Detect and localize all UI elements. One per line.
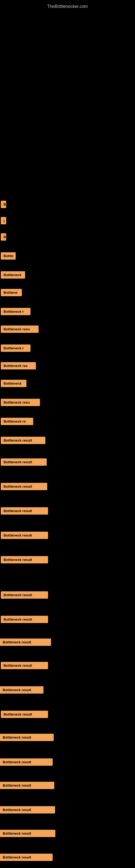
bottleneck-result-item: Bottleneck result <box>0 854 53 861</box>
bottleneck-result-item: Bottleneck result <box>0 734 54 741</box>
bottleneck-result-item: Bottleneck result <box>1 532 48 539</box>
bottleneck-result-item: Bottleneck re <box>1 418 33 425</box>
bottleneck-result-item: Bottleneck result <box>0 686 43 693</box>
bottleneck-result-item: Bottleneck <box>1 271 25 279</box>
bottleneck-result-item: Bottleneck result <box>0 830 55 837</box>
bottleneck-result-item: | <box>1 217 6 224</box>
bottleneck-result-item: Bottleneck r <box>1 308 31 315</box>
bottleneck-result-item: Bottleneck result <box>1 483 47 490</box>
bottleneck-result-item: Bottleneck res <box>1 362 36 369</box>
bottleneck-result-item: Bottleneck result <box>1 662 48 669</box>
bottleneck-result-item: Bottleneck r <box>1 344 31 352</box>
bottleneck-result-item: Bottleneck <box>1 380 27 387</box>
bottleneck-result-item: Bottleneck result <box>0 758 53 766</box>
bottleneck-result-item: Bottleneck result <box>1 556 48 563</box>
bottleneck-result-item: B <box>1 233 6 241</box>
bottleneck-result-item: Bottle <box>1 252 16 259</box>
bottleneck-result-item: Bottleneck result <box>1 616 48 623</box>
bottleneck-result-item: B <box>1 201 6 208</box>
bottleneck-result-item: Bottleneck result <box>0 806 55 813</box>
bottleneck-result-item: Bottleneck result <box>1 437 45 444</box>
bottleneck-result-item: Bottleneck resu <box>1 326 39 333</box>
bottleneck-result-item: Bottleneck result <box>1 458 47 466</box>
bottleneck-result-item: Bottleneck result <box>0 639 51 646</box>
bottleneck-result-item: Bottleneck result <box>1 591 48 599</box>
bottleneck-result-item: Bottleneck result <box>1 507 48 515</box>
bottleneck-result-item: Bottleneck resu <box>1 399 40 406</box>
site-title: TheBottlenecker.com <box>0 1 135 12</box>
bottleneck-result-item: Bottleneck result <box>1 711 48 718</box>
bottleneck-result-item: Bottleneck result <box>0 782 54 789</box>
bottleneck-result-item: Bottlene <box>1 289 22 296</box>
